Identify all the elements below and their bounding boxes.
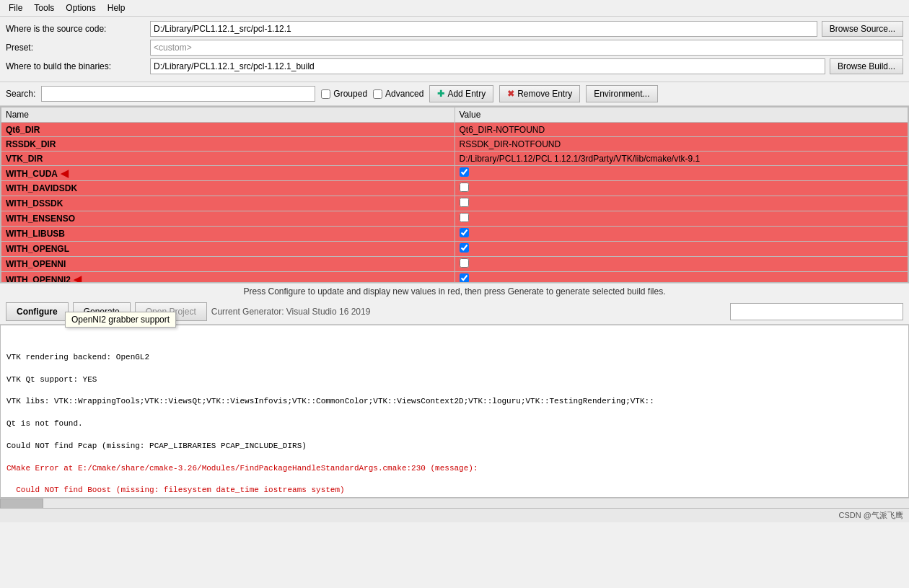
generator-label: Current Generator: Visual Studio 16 2019 bbox=[211, 307, 371, 317]
plus-icon: ✚ bbox=[437, 89, 444, 99]
log-line: Could NOT find Pcap (missing: PCAP_LIBRA… bbox=[6, 441, 903, 452]
entries-table: Name Value Qt6_DIRQt6_DIR-NOTFOUNDRSSDK_… bbox=[1, 107, 908, 283]
browse-source-button[interactable]: Browse Source... bbox=[822, 21, 903, 37]
col-name: Name bbox=[1, 107, 455, 123]
source-input[interactable] bbox=[150, 21, 817, 37]
grouped-checkbox-group: Grouped bbox=[321, 89, 367, 99]
entry-checkbox[interactable] bbox=[460, 273, 469, 283]
log-line: VTK Qt support: YES bbox=[6, 374, 903, 385]
entry-value[interactable] bbox=[454, 257, 908, 272]
log-line: VTK libs: VTK::WrappingTools;VTK::ViewsQ… bbox=[6, 396, 903, 407]
arrow-icon: ◀ bbox=[61, 167, 69, 179]
entry-value: Qt6_DIR-NOTFOUND bbox=[454, 123, 908, 137]
entry-value[interactable] bbox=[454, 242, 908, 257]
entry-name: WITH_CUDA ◀ bbox=[1, 166, 455, 181]
bottom-bar: CSDN @气派飞鹰 bbox=[0, 508, 909, 522]
tooltip-text: OpenNI2 grabber support bbox=[71, 315, 170, 325]
advanced-label: Advanced bbox=[385, 89, 423, 99]
configure-button[interactable]: Configure bbox=[6, 302, 69, 321]
entry-name: WITH_ENSENSO bbox=[1, 211, 455, 227]
table-row[interactable]: WITH_CUDA ◀ bbox=[1, 166, 908, 181]
menu-file[interactable]: File bbox=[3, 1, 28, 14]
table-row[interactable]: WITH_DAVIDSDK bbox=[1, 181, 908, 196]
build-row: Where to build the binaries: Browse Buil… bbox=[6, 58, 903, 74]
source-row: Where is the source code: Browse Source.… bbox=[6, 21, 903, 37]
table-row[interactable]: WITH_LIBUSB bbox=[1, 227, 908, 242]
table-row[interactable]: RSSDK_DIRRSSDK_DIR-NOTFOUND bbox=[1, 137, 908, 152]
menubar: File Tools Options Help bbox=[0, 0, 909, 17]
form-area: Where is the source code: Browse Source.… bbox=[0, 17, 909, 82]
entry-checkbox[interactable] bbox=[460, 243, 469, 253]
table-row[interactable]: WITH_DSSDK bbox=[1, 196, 908, 211]
entry-value[interactable] bbox=[454, 272, 908, 284]
entry-value[interactable] bbox=[454, 181, 908, 196]
log-line: VTK rendering backend: OpenGL2 bbox=[6, 352, 903, 363]
search-input[interactable] bbox=[41, 86, 315, 102]
menu-help[interactable]: Help bbox=[102, 1, 131, 14]
add-entry-button[interactable]: ✚ Add Entry bbox=[429, 85, 493, 102]
log-line: Qt is not found. bbox=[6, 418, 903, 429]
entry-checkbox[interactable] bbox=[460, 198, 469, 207]
preset-row: Preset: bbox=[6, 40, 903, 56]
menu-options[interactable]: Options bbox=[60, 1, 101, 14]
bottom-text: CSDN @气派飞鹰 bbox=[839, 510, 903, 521]
arrow-icon: ◀ bbox=[74, 273, 82, 283]
table-row[interactable]: Qt6_DIRQt6_DIR-NOTFOUND bbox=[1, 123, 908, 137]
environment-button[interactable]: Environment... bbox=[586, 85, 657, 102]
table-container[interactable]: Name Value Qt6_DIRQt6_DIR-NOTFOUNDRSSDK_… bbox=[0, 106, 909, 283]
advanced-checkbox[interactable] bbox=[373, 89, 382, 99]
entry-name: VTK_DIR bbox=[1, 152, 455, 166]
entry-checkbox[interactable] bbox=[460, 258, 469, 268]
build-input[interactable] bbox=[150, 58, 825, 74]
table-row[interactable]: VTK_DIRD:/Library/PCL1.12/PCL 1.12.1/3rd… bbox=[1, 152, 908, 166]
table-row[interactable]: WITH_ENSENSO bbox=[1, 211, 908, 227]
grouped-label: Grouped bbox=[333, 89, 367, 99]
entry-name: WITH_OPENNI2 ◀ bbox=[1, 272, 455, 284]
table-row[interactable]: WITH_OPENGL bbox=[1, 242, 908, 257]
entry-name: WITH_LIBUSB bbox=[1, 227, 455, 242]
entry-checkbox[interactable] bbox=[460, 167, 469, 177]
log-area[interactable]: VTK rendering backend: OpenGL2VTK Qt sup… bbox=[0, 325, 909, 498]
entry-name: WITH_DAVIDSDK bbox=[1, 181, 455, 196]
entry-name: WITH_OPENNI bbox=[1, 257, 455, 272]
entry-value[interactable] bbox=[454, 227, 908, 242]
entry-value: RSSDK_DIR-NOTFOUND bbox=[454, 137, 908, 152]
grouped-checkbox[interactable] bbox=[321, 89, 330, 99]
log-line: CMake Error at E:/Cmake/share/cmake-3.26… bbox=[6, 463, 903, 474]
entry-name: RSSDK_DIR bbox=[1, 137, 455, 152]
status-text: Press Configure to update and display ne… bbox=[243, 286, 665, 297]
entry-name: Qt6_DIR bbox=[1, 123, 455, 137]
table-wrapper: Name Value Qt6_DIRQt6_DIR-NOTFOUNDRSSDK_… bbox=[0, 106, 909, 283]
build-label: Where to build the binaries: bbox=[6, 61, 150, 71]
table-row[interactable]: WITH_OPENNI bbox=[1, 257, 908, 272]
entry-value[interactable] bbox=[454, 166, 908, 181]
tooltip: OpenNI2 grabber support bbox=[65, 312, 176, 328]
entry-name: WITH_OPENGL bbox=[1, 242, 455, 257]
entry-value[interactable] bbox=[454, 211, 908, 227]
col-value: Value bbox=[454, 107, 908, 123]
remove-entry-button[interactable]: ✖ Remove Entry bbox=[499, 85, 580, 102]
entry-value[interactable] bbox=[454, 196, 908, 211]
preset-input[interactable] bbox=[150, 40, 903, 56]
search-label: Search: bbox=[6, 89, 35, 99]
entry-name: WITH_DSSDK bbox=[1, 196, 455, 211]
table-row[interactable]: WITH_OPENNI2 ◀ bbox=[1, 272, 908, 284]
browse-build-button[interactable]: Browse Build... bbox=[830, 58, 903, 74]
entry-checkbox[interactable] bbox=[460, 183, 469, 192]
entry-checkbox[interactable] bbox=[460, 228, 469, 237]
entry-checkbox[interactable] bbox=[460, 213, 469, 222]
log-line: Could NOT find Boost (missing: filesyste… bbox=[6, 485, 903, 496]
toolbar: Search: Grouped Advanced ✚ Add Entry ✖ R… bbox=[0, 82, 909, 106]
x-icon: ✖ bbox=[507, 89, 514, 99]
preset-label: Preset: bbox=[6, 43, 150, 53]
advanced-checkbox-group: Advanced bbox=[373, 89, 423, 99]
generator-search-input[interactable] bbox=[730, 303, 903, 320]
remove-entry-label: Remove Entry bbox=[517, 89, 572, 99]
horizontal-scrollbar[interactable] bbox=[0, 498, 909, 508]
source-label: Where is the source code: bbox=[6, 24, 150, 34]
status-bar: Press Configure to update and display ne… bbox=[0, 283, 909, 299]
add-entry-label: Add Entry bbox=[447, 89, 486, 99]
menu-tools[interactable]: Tools bbox=[28, 1, 60, 14]
entry-value: D:/Library/PCL1.12/PCL 1.12.1/3rdParty/V… bbox=[454, 152, 908, 166]
